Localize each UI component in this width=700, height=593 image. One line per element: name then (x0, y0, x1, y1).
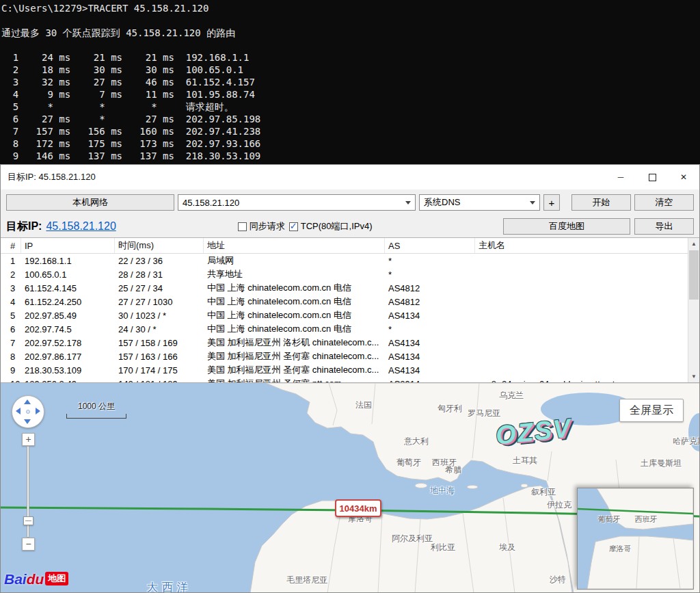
column-header-as[interactable]: AS (385, 238, 475, 253)
terminal-line (1, 14, 700, 27)
target-ip-combobox[interactable]: 45.158.21.120 (178, 194, 416, 211)
export-button[interactable]: 导出 (634, 218, 694, 235)
compass-center-dot (26, 410, 30, 414)
sync-request-label: 同步请求 (250, 220, 285, 233)
scroll-down-icon[interactable]: ▼ (688, 371, 699, 382)
table-cell-time: 28 / 28 / 31 (115, 269, 204, 280)
chevron-down-icon (405, 201, 411, 205)
inset-map-canvas (578, 488, 693, 589)
scrollbar-thumb[interactable] (689, 250, 699, 300)
table-cell-num: 9 (1, 365, 21, 375)
pan-right-icon[interactable] (36, 408, 40, 414)
dns-combobox[interactable]: 系统DNS (419, 194, 540, 211)
pan-left-icon[interactable] (16, 408, 21, 414)
map-label: 土耳其 (513, 455, 537, 466)
map-panel[interactable]: 法国匈牙利罗马尼亚乌克兰意大利葡萄牙西班牙希腊土耳其地中海叙利亚伊拉克摩洛哥阿尔… (1, 382, 699, 592)
table-cell-as: AS4134 (385, 352, 475, 362)
tcp-port-checkbox[interactable]: TCP(80端口,IPv4) (289, 220, 373, 233)
compass-control[interactable] (12, 395, 44, 428)
column-header-address[interactable]: 地址 (204, 238, 385, 253)
table-cell-num: 8 (1, 352, 21, 362)
zoom-slider-thumb[interactable] (23, 516, 33, 525)
local-network-button[interactable]: 本机网络 (6, 194, 174, 211)
terminal-output: C:\Users\12279>TRACERT 45.158.21.120通过最多… (1, 2, 700, 164)
table-row[interactable]: 361.152.4.14525 / 27 / 34中国 上海 chinatele… (1, 281, 699, 295)
table-cell-ip: 202.97.86.177 (21, 352, 115, 362)
map-scale: 1000 公里 (66, 401, 126, 419)
table-scrollbar[interactable]: ▲ ▼ (688, 238, 699, 382)
minimize-button[interactable]: ─ (605, 165, 636, 189)
terminal-window[interactable]: C:\Users\12279>TRACERT 45.158.21.120通过最多… (0, 0, 700, 164)
sync-request-checkbox[interactable]: 同步请求 (238, 220, 285, 233)
table-row[interactable]: 10129.250.2.49142 / 181 / 189美国 加利福尼亚州 圣… (1, 377, 699, 382)
table-cell-ip: 192.168.1.1 (21, 256, 115, 266)
table-cell-num: 2 (1, 269, 21, 280)
table-header: # IP 时间(ms) 地址 AS 主机名 (1, 238, 699, 254)
column-header-hostname[interactable]: 主机名 (475, 238, 699, 253)
table-cell-num: 7 (1, 338, 21, 348)
terminal-line: 3 32 ms 27 ms 46 ms 61.152.4.157 (1, 76, 700, 88)
column-header-ip[interactable]: IP (21, 238, 115, 253)
pan-down-icon[interactable] (24, 419, 31, 424)
table-cell-as: AS4134 (385, 365, 475, 375)
map-scale-label: 1000 公里 (66, 401, 126, 412)
table-row[interactable]: 1192.168.1.122 / 23 / 36局域网* (1, 254, 699, 267)
table-row[interactable]: 2100.65.0.128 / 28 / 31共享地址* (1, 267, 699, 281)
table-row[interactable]: 5202.97.85.4930 / 1023 / *中国 上海 chinatel… (1, 308, 699, 322)
map-label: 土库曼斯坦 (641, 458, 682, 469)
column-header-index[interactable]: # (1, 238, 21, 253)
scroll-up-icon[interactable]: ▲ (688, 238, 699, 250)
tcp-port-label: TCP(80端口,IPv4) (301, 220, 373, 233)
map-label: 伊拉克 (547, 499, 571, 511)
table-row[interactable]: 461.152.24.25027 / 27 / 1030中国 上海 chinat… (1, 295, 699, 308)
trace-table-body: 1192.168.1.122 / 23 / 36局域网*2100.65.0.12… (1, 254, 699, 382)
map-label: 叙利亚 (531, 486, 556, 498)
distance-label: 10434km (335, 499, 381, 517)
target-ip-link[interactable]: 45.158.21.120 (46, 220, 116, 233)
table-cell-time: 24 / 30 / * (115, 324, 204, 334)
minimize-icon: ─ (618, 172, 624, 182)
terminal-line (1, 39, 700, 51)
pan-up-icon[interactable] (24, 399, 31, 404)
toolbar: 本机网络 45.158.21.120 系统DNS + 开始 清空 (1, 189, 699, 215)
table-cell-as: * (385, 324, 475, 334)
close-button[interactable]: ✕ (668, 165, 699, 189)
table-cell-num: 1 (1, 256, 21, 266)
table-cell-ip: 61.152.4.145 (21, 283, 115, 293)
table-row[interactable]: 8202.97.86.177157 / 163 / 166美国 加利福尼亚州 圣… (1, 350, 699, 363)
table-cell-addr: 美国 加利福尼亚州 圣何塞 ntt.com (204, 378, 385, 382)
table-cell-num: 3 (1, 283, 21, 293)
table-row[interactable]: 7202.97.52.178157 / 158 / 169美国 加利福尼亚州 洛… (1, 336, 699, 350)
table-cell-time: 27 / 27 / 1030 (115, 297, 204, 307)
map-label: 乌克兰 (499, 390, 524, 401)
table-row[interactable]: 6202.97.74.524 / 30 / *中国 上海 chinateleco… (1, 322, 699, 336)
terminal-line: C:\Users\12279>TRACERT 45.158.21.120 (1, 2, 700, 14)
map-label: 匈牙利 (438, 403, 462, 414)
table-row[interactable]: 9218.30.53.109170 / 174 / 175美国 加利福尼亚州 圣… (1, 363, 699, 377)
table-cell-num: 5 (1, 311, 21, 321)
zoom-in-button[interactable]: + (22, 433, 35, 446)
add-target-button[interactable]: + (543, 194, 560, 211)
start-button[interactable]: 开始 (571, 194, 631, 211)
baidu-map-button[interactable]: 百度地图 (503, 218, 630, 235)
window-controls: ─ ✕ (605, 165, 699, 189)
map-label: 哈萨克斯坦 (673, 436, 699, 447)
table-cell-as: AS4134 (385, 311, 475, 321)
zoom-out-button[interactable]: − (22, 538, 35, 551)
table-cell-ip: 61.152.24.250 (21, 297, 115, 307)
clear-button[interactable]: 清空 (634, 194, 694, 211)
overview-inset-map[interactable]: 葡萄牙西班牙摩洛哥 (577, 488, 694, 590)
dns-combobox-value: 系统DNS (424, 196, 460, 209)
table-cell-ip: 218.30.53.109 (21, 365, 115, 375)
table-cell-ip: 202.97.74.5 (21, 324, 115, 334)
terminal-line: 2 18 ms 30 ms 30 ms 100.65.0.1 (1, 64, 700, 76)
table-cell-addr: 局域网 (204, 254, 385, 267)
column-header-time[interactable]: 时间(ms) (115, 238, 204, 253)
table-cell-addr: 美国 加利福尼亚州 洛杉矶 chinatelecom.c... (204, 337, 385, 349)
map-label: 利比亚 (431, 542, 455, 553)
baidu-logo: Baidu地图 (4, 571, 68, 588)
fullscreen-button[interactable]: 全屏显示 (619, 399, 684, 422)
maximize-button[interactable] (636, 165, 668, 189)
target-ip-label: 目标IP: (6, 220, 42, 234)
terminal-line: 6 27 ms * 27 ms 202.97.85.198 (1, 113, 700, 125)
